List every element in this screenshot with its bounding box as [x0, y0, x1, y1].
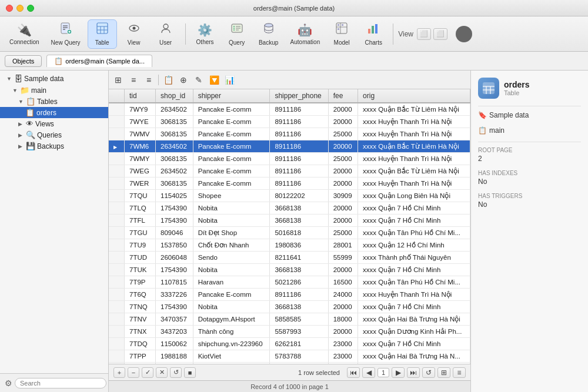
col-shop-id[interactable]: shop_id	[156, 89, 193, 103]
table-cell[interactable]: 1980836	[270, 239, 328, 252]
list-view-button[interactable]: ≡	[453, 367, 466, 378]
table-cell[interactable]: Dotapgym.AHsport	[193, 313, 270, 326]
table-cell[interactable]: 3068135	[156, 128, 193, 140]
table-cell[interactable]: xxxx Quận Bắc Từ Liêm Hà Nội	[358, 165, 470, 177]
table-cell[interactable]: xxxx Quận 7 Hồ Chí Minh	[358, 301, 470, 313]
table-cell[interactable]: 7TLQ	[125, 202, 156, 215]
table-cell[interactable]: Nobita	[193, 264, 270, 276]
table-cell[interactable]: 3470357	[156, 313, 193, 326]
toolbar-charts[interactable]: Charts	[359, 19, 388, 49]
table-cell[interactable]: 2634502	[156, 103, 193, 116]
tt-chart-btn[interactable]: 📊	[222, 73, 236, 86]
tt-grid-btn[interactable]: ⊞	[111, 73, 125, 86]
table-cell[interactable]: 20000	[328, 215, 358, 227]
table-cell[interactable]: 3337226	[156, 289, 193, 301]
table-cell[interactable]: 23000	[328, 338, 358, 350]
page-last-button[interactable]: ⏭	[407, 367, 420, 378]
table-cell[interactable]: 7TU9	[125, 239, 156, 252]
table-cell[interactable]: 55999	[328, 252, 358, 264]
page-first-button[interactable]: ⏮	[347, 367, 360, 378]
table-cell[interactable]: 20000	[328, 103, 358, 116]
table-cell[interactable]: 3068135	[156, 153, 193, 165]
table-cell[interactable]: 7WM6	[125, 140, 156, 153]
table-cell[interactable]: 20000	[328, 116, 358, 128]
minimize-button[interactable]	[16, 5, 24, 12]
table-cell[interactable]: Dít Đẹt Shop	[193, 227, 270, 239]
table-cell[interactable]: xxxx Thành phố Thái Nguyên	[358, 252, 470, 264]
toolbar-table[interactable]: Table	[88, 19, 117, 49]
table-cell[interactable]: 3668138	[270, 264, 328, 276]
table-cell[interactable]: 2634502	[156, 140, 193, 153]
table-cell[interactable]: Pancake E-comm	[193, 153, 270, 165]
table-cell[interactable]: xxxx Quận 7 Hồ Chí Minh	[358, 215, 470, 227]
table-cell[interactable]: 20000	[328, 165, 358, 177]
table-cell[interactable]: xxxx Huyện Thanh Trì Hà Nội	[358, 177, 470, 190]
table-cell[interactable]: Pancake E-comm	[193, 165, 270, 177]
table-cell[interactable]: 7T9P	[125, 276, 156, 289]
table-cell[interactable]: 1537850	[156, 239, 193, 252]
table-cell[interactable]: 8911186	[270, 153, 328, 165]
toolbar-automation[interactable]: 🤖 Automation	[286, 19, 325, 49]
table-cell[interactable]: xxxx Quận 7 Hồ Chí Minh	[358, 264, 470, 276]
table-cell[interactable]: xxxx Quận Tân Phú Hồ Chí Mi...	[358, 276, 470, 289]
table-cell[interactable]: 7TGU	[125, 227, 156, 239]
table-cell[interactable]: 16500	[328, 276, 358, 289]
table-cell[interactable]: 809046	[156, 227, 193, 239]
table-cell[interactable]: 8911186	[270, 103, 328, 116]
data-table-container[interactable]: tid shop_id shipper shipper_phone fee or…	[109, 89, 470, 364]
tt-filter-btn[interactable]: ≡	[142, 73, 156, 86]
maximize-button[interactable]	[27, 5, 34, 12]
table-cell[interactable]: xxxx Quận 7 Hồ Chí Minh	[358, 202, 470, 215]
table-cell[interactable]: xxxx Quận Hai Bà Trưng Hà Nội	[358, 313, 470, 326]
sidebar-item-main[interactable]: ▼ 📁 main	[0, 85, 108, 96]
table-cell[interactable]: 24000	[328, 289, 358, 301]
table-cell[interactable]: xxxx Quận Long Biên Hà Nội	[358, 190, 470, 202]
table-cell[interactable]: 1107815	[156, 276, 193, 289]
objects-button[interactable]: Objects	[5, 55, 42, 67]
delete-row-button[interactable]: −	[128, 367, 139, 378]
table-cell[interactable]: 1988188	[156, 350, 193, 363]
table-cell[interactable]: 80122202	[270, 190, 328, 202]
table-cell[interactable]: 20000	[328, 202, 358, 215]
search-input[interactable]	[15, 378, 106, 388]
table-cell[interactable]: 1150062	[156, 338, 193, 350]
panel-left-btn[interactable]: ⬜	[417, 28, 431, 40]
table-cell[interactable]: 5021286	[270, 276, 328, 289]
page-next-button[interactable]: ▶	[392, 367, 405, 378]
table-row[interactable]: 7WY92634502Pancake E-comm891118620000xxx…	[109, 103, 470, 116]
table-cell[interactable]: 5016818	[270, 227, 328, 239]
table-cell[interactable]: 18000	[328, 313, 358, 326]
tt-list-btn[interactable]: ≡	[126, 73, 141, 86]
tt-sort-btn[interactable]: 🔽	[207, 73, 221, 86]
table-row[interactable]: 7TNV3470357Dotapgym.AHsport585858518000x…	[109, 313, 470, 326]
table-cell[interactable]: Pancake E-comm	[193, 116, 270, 128]
table-cell[interactable]: 7TQU	[125, 190, 156, 202]
table-row[interactable]: 7TUK1754390Nobita366813820000xxxx Quận 7…	[109, 264, 470, 276]
toolbar-view[interactable]: View	[119, 19, 149, 49]
table-row[interactable]: 7TQU1154025Shopee8012220230909xxxx Quận …	[109, 190, 470, 202]
toolbar-user[interactable]: User	[151, 19, 181, 49]
tt-plus-btn[interactable]: ⊕	[176, 73, 191, 86]
table-cell[interactable]: xxxx Quận Dương Kinh Hải Ph...	[358, 326, 470, 338]
table-cell[interactable]: 7WMY	[125, 153, 156, 165]
table-cell[interactable]: 7TNV	[125, 313, 156, 326]
table-row[interactable]: 7TGU809046Dít Đẹt Shop501681825000xxxx Q…	[109, 227, 470, 239]
table-cell[interactable]: 8911186	[270, 177, 328, 190]
table-cell[interactable]: 2606048	[156, 252, 193, 264]
table-cell[interactable]: 3437203	[156, 326, 193, 338]
table-cell[interactable]: Chốt Đơn Nhanh	[193, 239, 270, 252]
table-cell[interactable]: 20000	[328, 301, 358, 313]
table-row[interactable]: 7WM62634502Pancake E-comm891118620000xxx…	[109, 140, 470, 153]
table-row[interactable]: 7WMV3068135Pancake E-comm891118625000xxx…	[109, 128, 470, 140]
table-cell[interactable]: 3068135	[156, 177, 193, 190]
table-row[interactable]: 7TFL1754390Nobita366813820000xxxx Quận 7…	[109, 215, 470, 227]
table-cell[interactable]: 1754390	[156, 301, 193, 313]
table-row[interactable]: 7WEG2634502Pancake E-comm891118620000xxx…	[109, 165, 470, 177]
table-cell[interactable]: 8911186	[270, 165, 328, 177]
table-cell[interactable]: 25000	[328, 153, 358, 165]
cancel-button[interactable]: ✕	[156, 367, 168, 378]
col-shipper-phone[interactable]: shipper_phone	[270, 89, 328, 103]
table-row[interactable]: 7TNX3437203Thành công558799320000xxxx Qu…	[109, 326, 470, 338]
table-cell[interactable]: 20000	[328, 140, 358, 153]
table-cell[interactable]: Thành công	[193, 326, 270, 338]
